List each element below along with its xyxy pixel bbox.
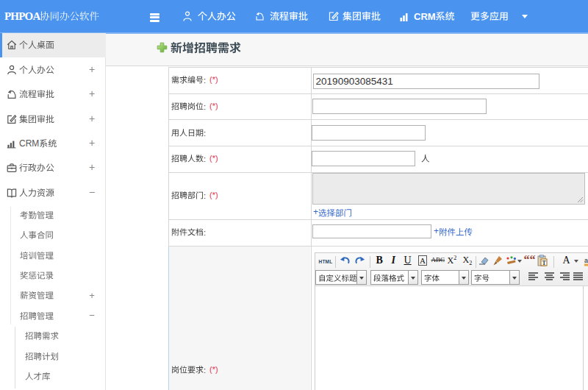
svg-text:CRM: CRM xyxy=(414,10,436,21)
svg-text:T: T xyxy=(542,260,546,266)
svg-text::: : xyxy=(204,191,206,200)
svg-text::: : xyxy=(204,128,206,137)
svg-text::: : xyxy=(204,155,206,163)
svg-text:CRM: CRM xyxy=(19,138,39,149)
svg-text:ab: ab xyxy=(584,257,588,264)
svg-text::: : xyxy=(204,76,206,85)
svg-text::: : xyxy=(204,102,206,110)
svg-text::: : xyxy=(204,365,206,374)
svg-text::: : xyxy=(204,228,206,237)
svg-text:PHPOA: PHPOA xyxy=(4,10,40,22)
